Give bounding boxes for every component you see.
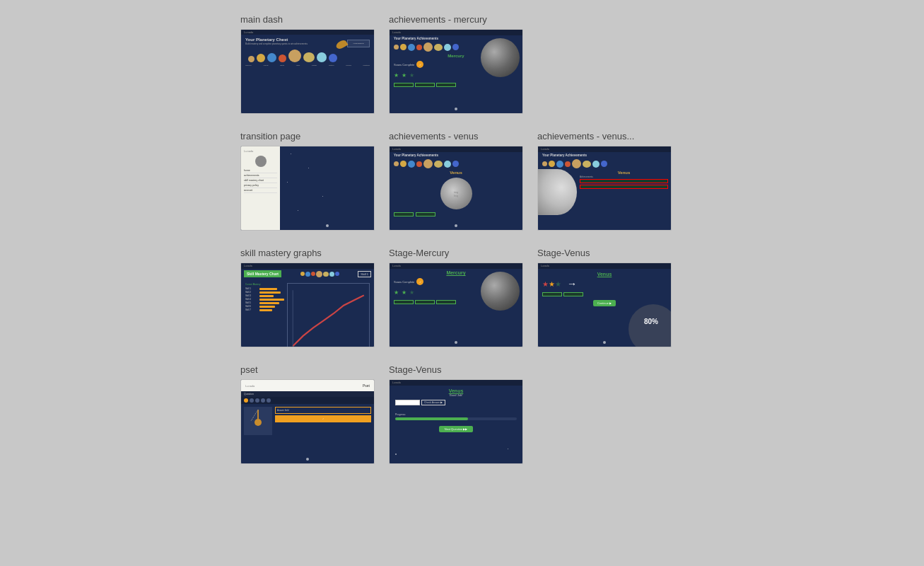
svg-point-3 bbox=[255, 419, 262, 426]
venus-info-boxes bbox=[390, 211, 522, 218]
pset-title-header: Pset bbox=[363, 383, 370, 388]
achievements-box: Achievements bbox=[347, 40, 370, 47]
topbar-main-dash: Lunada bbox=[241, 30, 374, 35]
card-pset[interactable]: pset Lunada Pset Question bbox=[240, 364, 375, 464]
card-ach-venus[interactable]: achievements - venus Lunada Your Planeta… bbox=[389, 131, 523, 231]
ach-venus2-split: Venus Achievements bbox=[538, 169, 671, 215]
thumb-transition[interactable]: Lunada home achievements skill mastery c… bbox=[240, 146, 375, 231]
stage-venus-header: Lunada bbox=[538, 263, 671, 269]
skill-chart-title: Skill Mastery Chart bbox=[244, 270, 281, 277]
continue-btn[interactable]: Continue ▶ bbox=[593, 300, 616, 306]
pset-nav-dot-4 bbox=[261, 398, 265, 403]
card-stage-venus[interactable]: Stage-Venus Lunada Venus ★ ★ ★ → 80% Con… bbox=[537, 248, 672, 347]
planet-neptune bbox=[329, 54, 337, 62]
green-star-outline: ★ bbox=[555, 280, 561, 288]
check-next-btn[interactable]: Check Answer ▶ bbox=[421, 400, 445, 405]
venus2-planet bbox=[538, 169, 577, 215]
stage-mercury-planet bbox=[481, 272, 520, 311]
stage-venus-dot bbox=[603, 341, 606, 344]
card-transition[interactable]: transition page Lunada home achievements… bbox=[240, 131, 375, 231]
star-2: ★ bbox=[402, 72, 407, 79]
skill-chart-area: Current Mastery Skill 1 Skill 2 Skill 3 … bbox=[241, 279, 374, 347]
ach-box-3 bbox=[436, 83, 456, 87]
thumb-ach-mercury[interactable]: Lunada Your Planetary Achievements Mercu… bbox=[389, 29, 523, 114]
stage-venus-stars-row: ★ ★ ★ → bbox=[538, 277, 671, 291]
pset-header: Lunada Pset bbox=[241, 380, 374, 391]
red-star: ★ bbox=[542, 280, 549, 288]
skill-planets bbox=[300, 271, 339, 277]
venus-planet-large: imgImg bbox=[440, 178, 472, 209]
card-stage-venus-2[interactable]: Stage-Venus Lunada Venus Good Job! Check… bbox=[389, 364, 523, 464]
ach-venus2-page-title: Your Planetary Achievements bbox=[538, 152, 671, 158]
card-main-dash[interactable]: main dash Lunada Your Planetary Chest Bu… bbox=[240, 14, 375, 114]
planet-mars bbox=[279, 54, 286, 62]
card-label-main-dash: main dash bbox=[240, 14, 375, 25]
skill-header: Lunada bbox=[241, 263, 374, 269]
next-question-btn[interactable]: Next Question ▶▶ bbox=[439, 426, 473, 432]
stage-mercury-header: Lunada bbox=[390, 263, 522, 269]
card-label-stage-mercury: Stage-Mercury bbox=[389, 248, 523, 258]
card-stage-mercury[interactable]: Stage-Mercury Lunada Mercury Scans Compl… bbox=[389, 248, 523, 347]
star-3: ★ bbox=[409, 72, 414, 79]
stage-venus-box-1 bbox=[542, 292, 562, 296]
venus2-label: Venus bbox=[580, 171, 668, 175]
stage-mercury-box-1 bbox=[394, 300, 414, 304]
planet-saturn bbox=[303, 52, 315, 62]
thumb-main-dash[interactable]: Lunada Your Planetary Chest Build master… bbox=[240, 29, 375, 114]
scan-badge: ✓ bbox=[416, 61, 423, 68]
pset-nav bbox=[241, 397, 374, 404]
thumb-ach-venus[interactable]: Lunada Your Planetary Achievements Venus… bbox=[389, 146, 523, 231]
thumb-ach-venus2[interactable]: Lunada Your Planetary Achievements Venus… bbox=[537, 146, 672, 231]
thumb-stage-venus[interactable]: Lunada Venus ★ ★ ★ → 80% Continue ▶ bbox=[537, 262, 672, 347]
ach-venus2-right: Venus Achievements bbox=[577, 169, 671, 215]
card-skill-mastery[interactable]: skill mastery graphs Lunada Skill Master… bbox=[240, 248, 375, 347]
arrow-icon: → bbox=[567, 278, 577, 289]
progress-section: Progress: bbox=[390, 410, 522, 423]
pset-answer-area: Answer field ✓ bbox=[275, 407, 371, 435]
planet-venus bbox=[257, 54, 265, 62]
menu-achievements: achievements bbox=[244, 173, 277, 178]
planet-uranus bbox=[317, 52, 327, 62]
pset-answer-box-1: Answer field bbox=[275, 407, 371, 414]
ach-venus-page-title: Your Planetary Achievements bbox=[390, 152, 522, 158]
menu-privacy: privacy policy bbox=[244, 183, 277, 188]
pset-nav-dot-3 bbox=[255, 398, 259, 403]
pset-question-image bbox=[244, 407, 272, 435]
pset-answer-correct: ✓ bbox=[275, 415, 371, 422]
pset-nav-dot-2 bbox=[250, 398, 254, 403]
logo-main-dash: Lunada bbox=[244, 30, 253, 34]
planet-jupiter bbox=[288, 50, 301, 62]
card-label-pset: pset bbox=[240, 364, 375, 375]
ach-mercury-header: Lunada bbox=[390, 30, 522, 35]
planet-mercury bbox=[248, 56, 255, 62]
venus-label-ach: Venus bbox=[390, 169, 522, 176]
thumb-stage-mercury[interactable]: Lunada Mercury Scans Complete ✓ ★ ★ ★ bbox=[389, 262, 523, 347]
venus-slide-dot bbox=[455, 224, 457, 227]
card-ach-mercury[interactable]: achievements - mercury Lunada Your Plane… bbox=[389, 14, 523, 114]
venus-ach-box-1 bbox=[394, 212, 414, 216]
ach-venus2-planets bbox=[538, 158, 671, 169]
card-label-stage-venus-2: Stage-Venus bbox=[389, 364, 523, 375]
progress-bar-outer bbox=[395, 417, 517, 420]
transition-space bbox=[280, 146, 374, 230]
star-1: ★ bbox=[394, 72, 399, 79]
transition-sidebar: Lunada home achievements skill mastery c… bbox=[241, 146, 280, 230]
menu-account: account bbox=[244, 188, 277, 193]
answer-input-box[interactable] bbox=[395, 400, 420, 405]
card-ach-venus2[interactable]: achievements - venus... Lunada Your Plan… bbox=[537, 131, 672, 231]
card-label-stage-venus: Stage-Venus bbox=[537, 248, 672, 258]
user-avatar bbox=[255, 156, 267, 167]
thumb-skill-mastery[interactable]: Lunada Skill Mastery Chart Skill 1 bbox=[240, 262, 375, 347]
thumb-pset[interactable]: Lunada Pset Question bbox=[240, 379, 375, 464]
card-label-ach-mercury: achievements - mercury bbox=[389, 14, 523, 25]
pset-body: Answer field ✓ bbox=[241, 404, 374, 438]
card-label-transition: transition page bbox=[240, 131, 375, 142]
stage-venus-info-boxes bbox=[538, 291, 671, 298]
gray-circle bbox=[628, 304, 672, 347]
mercury-planet-img bbox=[481, 38, 520, 77]
percent-80: 80% bbox=[644, 318, 658, 325]
thumb-stage-venus-2[interactable]: Lunada Venus Good Job! Check Answer ▶ Pr… bbox=[389, 379, 523, 464]
pset-dot bbox=[306, 458, 309, 461]
transition-dot bbox=[326, 224, 329, 227]
planet-earth bbox=[267, 53, 276, 62]
